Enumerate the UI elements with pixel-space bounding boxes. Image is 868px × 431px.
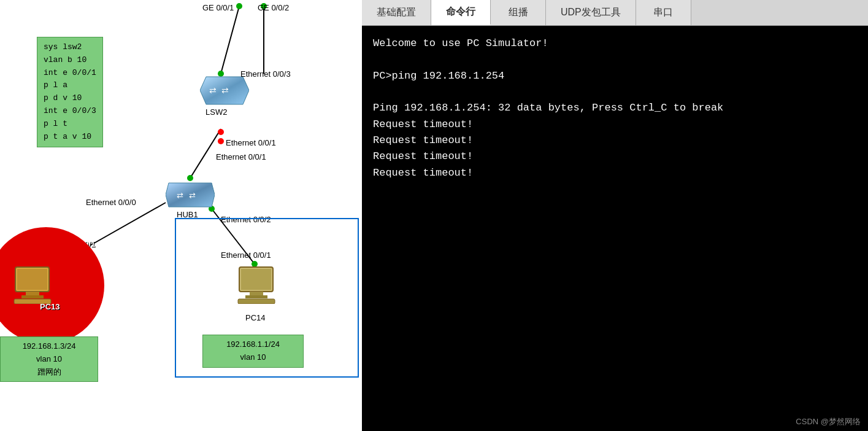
svg-rect-27	[250, 292, 263, 295]
terminal-line-5: Ping 192.168.1.254: 32 data bytes, Press…	[373, 100, 857, 116]
eth-003-label: Ethernet 0/0/3	[240, 69, 291, 79]
terminal-line-1: Welcome to use PC Simulator!	[373, 36, 857, 52]
svg-rect-26	[241, 269, 271, 290]
config-box-lsw2: sys lsw2 vlan b 10 int e 0/0/1 p l a p d…	[37, 37, 103, 147]
terminal-line-4	[373, 84, 857, 100]
pc13-note: 蹭网的	[7, 366, 91, 379]
pc14-ip-box: 192.168.1.1/24 vlan 10	[202, 335, 304, 368]
pc14-ip: 192.168.1.1/24	[209, 338, 297, 351]
svg-rect-28	[245, 295, 267, 298]
eth-000-label: Ethernet 0/0/0	[86, 198, 136, 207]
terminal-line-2	[373, 52, 857, 68]
svg-text:⇄: ⇄	[209, 85, 217, 95]
terminal-line-8: Request timeout!	[373, 149, 857, 165]
svg-text:⇄: ⇄	[221, 85, 229, 95]
svg-text:⇄: ⇄	[177, 191, 183, 200]
config-line-5: p d v 10	[44, 93, 82, 103]
svg-point-13	[218, 138, 224, 144]
config-line-2: vlan b 10	[44, 55, 86, 64]
tab-serial[interactable]: 串口	[636, 0, 691, 25]
pc13-vlan: vlan 10	[7, 353, 91, 366]
tab-bar: 基础配置 命令行 组播 UDP发包工具 串口	[362, 0, 868, 26]
pc14-vlan: vlan 10	[209, 351, 297, 364]
tab-basic-config[interactable]: 基础配置	[362, 0, 431, 25]
config-line-6: int e 0/0/3	[44, 106, 96, 115]
config-line-7: p l t	[44, 119, 67, 128]
svg-rect-22	[26, 292, 39, 295]
terminal-output[interactable]: Welcome to use PC Simulator! PC>ping 192…	[362, 26, 868, 414]
pc14-icon	[236, 264, 279, 306]
ge-port-1-label: GE 0/0/1	[202, 3, 234, 12]
svg-rect-21	[17, 269, 47, 290]
ge-port-2-label: GE 0/0/2	[258, 3, 289, 12]
pc13-ip: 192.168.1.3/24	[7, 340, 91, 353]
config-line-8: p t a v 10	[44, 132, 91, 141]
tab-udp-tool[interactable]: UDP发包工具	[546, 0, 636, 25]
terminal-line-7: Request timeout!	[373, 133, 857, 149]
terminal-line-9: Request timeout!	[373, 165, 857, 181]
hub1-device: ⇄ ⇄	[166, 181, 215, 212]
tab-command-line[interactable]: 命令行	[431, 0, 491, 25]
pc13-label: PC13	[40, 302, 60, 311]
eth-001-lsw2-label: Ethernet 0/0/1	[226, 138, 276, 147]
svg-rect-23	[21, 295, 44, 298]
svg-point-12	[218, 129, 224, 135]
config-line-1: sys lsw2	[44, 42, 82, 52]
svg-point-8	[187, 175, 193, 181]
svg-point-5	[236, 3, 242, 9]
terminal-line-6: Request timeout!	[373, 117, 857, 133]
pc14-label: PC14	[245, 313, 266, 322]
svg-line-0	[221, 6, 239, 74]
tab-multicast[interactable]: 组播	[491, 0, 546, 25]
pc13-icon	[12, 264, 55, 306]
watermark: CSDN @梦然网络	[362, 414, 868, 431]
lsw2-switch: ⇄ ⇄	[200, 74, 249, 111]
config-line-4: p l a	[44, 80, 67, 90]
watermark-text: CSDN @梦然网络	[796, 417, 861, 426]
terminal-panel: 基础配置 命令行 组播 UDP发包工具 串口 Welcome to use PC…	[362, 0, 868, 431]
network-diagram: sys lsw2 vlan b 10 int e 0/0/1 p l a p d…	[0, 0, 362, 431]
terminal-line-3: PC>ping 192.168.1.254	[373, 68, 857, 84]
pc13-ip-box: 192.168.1.3/24 vlan 10 蹭网的	[0, 336, 98, 382]
config-line-3: int e 0/0/1	[44, 68, 96, 77]
svg-rect-29	[238, 299, 275, 304]
eth-001-lsw2-label2: Ethernet 0/0/1	[216, 152, 266, 161]
lsw2-label: LSW2	[205, 107, 227, 117]
svg-text:⇄: ⇄	[189, 191, 196, 200]
